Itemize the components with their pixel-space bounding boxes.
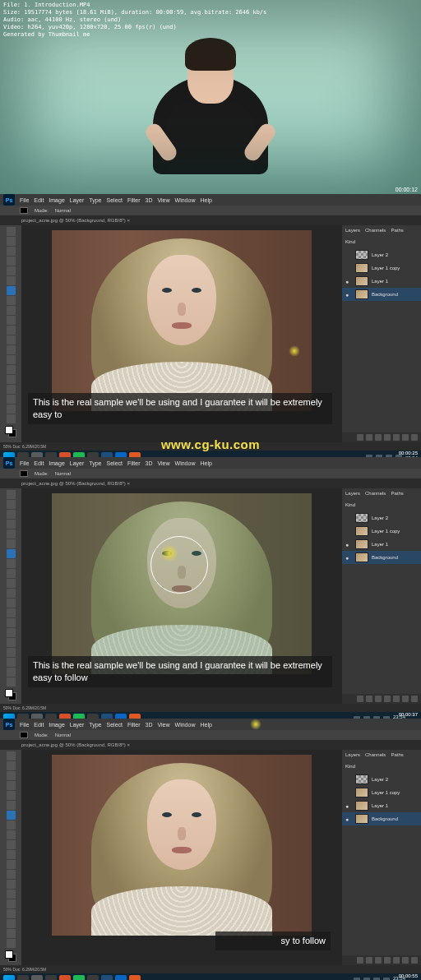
layer-filter-row[interactable]: Kind — [342, 235, 421, 248]
path-tool-icon[interactable] — [7, 909, 16, 918]
history-brush-tool-icon[interactable] — [7, 840, 16, 849]
menu-edit[interactable]: Edit — [34, 197, 44, 203]
visibility-icon[interactable]: ● — [345, 803, 352, 809]
dodge-tool-icon[interactable] — [7, 880, 16, 889]
shape-tool-icon[interactable] — [7, 919, 16, 928]
menu-file[interactable]: File — [20, 197, 29, 203]
layer-row[interactable]: Layer 2 — [342, 248, 421, 261]
tab-paths[interactable]: Paths — [391, 752, 403, 757]
tab-layers[interactable]: Layers — [345, 752, 360, 757]
taskbar-app-icon[interactable] — [101, 975, 113, 980]
layer-row[interactable]: Layer 2 — [342, 511, 421, 525]
eraser-tool-icon[interactable] — [7, 326, 16, 335]
eyedropper-tool-icon[interactable] — [7, 539, 16, 548]
fx-icon[interactable] — [366, 957, 372, 964]
taskbar-app-icon[interactable] — [31, 975, 43, 980]
photoshop-logo-icon[interactable]: Ps — [3, 194, 15, 206]
menu-help[interactable]: Help — [200, 197, 211, 203]
menu-filter[interactable]: Filter — [127, 460, 141, 466]
menu-type[interactable]: Type — [89, 197, 101, 203]
shape-tool-icon[interactable] — [7, 658, 16, 667]
menu-help[interactable]: Help — [200, 722, 211, 728]
layer-row[interactable]: Layer 1 copy — [342, 786, 421, 799]
taskbar-app-icon[interactable] — [59, 975, 71, 980]
trash-icon[interactable] — [411, 696, 418, 702]
marquee-tool-icon[interactable] — [7, 500, 16, 509]
tab-channels[interactable]: Channels — [365, 491, 386, 496]
menu-layer[interactable]: Layer — [70, 460, 85, 466]
brush-preview-icon[interactable] — [20, 207, 28, 214]
menu-file[interactable]: File — [20, 460, 29, 466]
menu-help[interactable]: Help — [200, 460, 211, 466]
visibility-icon[interactable]: ● — [345, 292, 352, 298]
visibility-icon[interactable]: ● — [345, 279, 352, 284]
menu-select[interactable]: Select — [107, 722, 123, 728]
crop-tool-icon[interactable] — [7, 266, 16, 275]
healing-brush-tool-icon[interactable] — [7, 811, 16, 820]
opt-mode-value[interactable]: Normal — [55, 733, 71, 737]
wand-tool-icon[interactable] — [7, 257, 16, 266]
eyedropper-tool-icon[interactable] — [7, 801, 16, 810]
layer-row[interactable]: ●Layer 1 — [342, 275, 421, 288]
eraser-tool-icon[interactable] — [7, 850, 16, 859]
hand-tool-icon[interactable] — [7, 929, 16, 938]
menu-3d[interactable]: 3D — [146, 460, 153, 466]
tab-channels[interactable]: Channels — [365, 228, 386, 233]
crop-tool-icon[interactable] — [7, 791, 16, 800]
history-brush-tool-icon[interactable] — [7, 316, 16, 325]
layer-row[interactable]: Layer 2 — [342, 773, 421, 786]
blur-tool-icon[interactable] — [7, 345, 16, 354]
stamp-tool-icon[interactable] — [7, 306, 16, 315]
color-swatches[interactable] — [5, 689, 16, 700]
blur-tool-icon[interactable] — [7, 608, 16, 617]
move-tool-icon[interactable] — [7, 227, 16, 236]
opt-mode-value[interactable]: Normal — [55, 208, 71, 213]
mask-icon[interactable] — [375, 434, 382, 441]
fx-icon[interactable] — [366, 434, 372, 441]
tab-layers[interactable]: Layers — [345, 491, 360, 496]
menu-edit[interactable]: Edit — [34, 722, 44, 728]
stamp-tool-icon[interactable] — [7, 569, 16, 578]
hand-tool-icon[interactable] — [7, 668, 16, 677]
tab-paths[interactable]: Paths — [391, 228, 403, 233]
menu-window[interactable]: Window — [175, 460, 196, 466]
layer-filter-row[interactable]: Kind — [342, 498, 421, 511]
color-swatches[interactable] — [5, 426, 16, 437]
document-tab[interactable]: project_acne.jpg @ 50% (Background, RGB/… — [21, 742, 130, 747]
tab-layers[interactable]: Layers — [345, 228, 360, 233]
menu-edit[interactable]: Edit — [34, 460, 44, 466]
group-icon[interactable] — [393, 434, 400, 441]
mask-icon[interactable] — [375, 957, 382, 964]
new-layer-icon[interactable] — [402, 434, 409, 441]
layer-row[interactable]: ●Background — [342, 812, 421, 825]
opt-mode-value[interactable]: Normal — [55, 471, 71, 476]
new-layer-icon[interactable] — [402, 957, 409, 964]
menu-select[interactable]: Select — [107, 197, 123, 203]
menu-window[interactable]: Window — [175, 197, 196, 203]
gradient-tool-icon[interactable] — [7, 860, 16, 869]
start-button-icon[interactable] — [3, 975, 15, 980]
taskbar-app-icon[interactable] — [45, 975, 57, 980]
layer-row[interactable]: ●Layer 1 — [342, 799, 421, 812]
gradient-tool-icon[interactable] — [7, 599, 16, 608]
shape-tool-icon[interactable] — [7, 395, 16, 404]
menu-3d[interactable]: 3D — [146, 722, 153, 728]
brush-tool-icon[interactable] — [7, 821, 16, 830]
menu-type[interactable]: Type — [89, 460, 101, 466]
menu-view[interactable]: View — [158, 197, 170, 203]
stamp-tool-icon[interactable] — [7, 830, 16, 839]
brush-preview-icon[interactable] — [20, 470, 28, 477]
zoom-tool-icon[interactable] — [7, 414, 16, 423]
type-tool-icon[interactable] — [7, 638, 16, 647]
photoshop-logo-icon[interactable]: Ps — [3, 457, 15, 469]
taskbar-app-icon[interactable] — [129, 975, 141, 980]
group-icon[interactable] — [393, 957, 400, 964]
color-swatches[interactable] — [5, 950, 16, 962]
menu-window[interactable]: Window — [175, 722, 196, 728]
menu-view[interactable]: View — [158, 460, 170, 466]
menu-view[interactable]: View — [158, 722, 170, 728]
taskbar-app-icon[interactable] — [87, 975, 99, 980]
adjustment-icon[interactable] — [384, 696, 391, 702]
zoom-tool-icon[interactable] — [7, 939, 16, 948]
dodge-tool-icon[interactable] — [7, 618, 16, 627]
